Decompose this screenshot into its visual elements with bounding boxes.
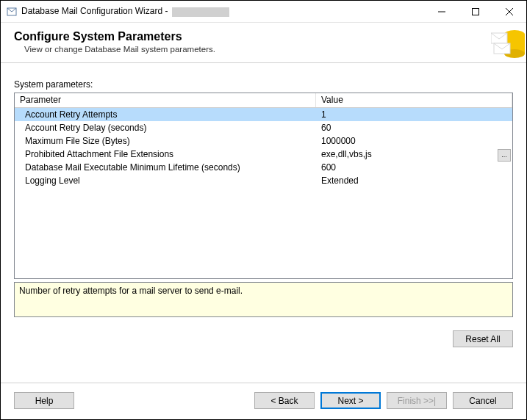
grid-row[interactable]: Prohibited Attachment File Extensionsexe…	[15, 148, 512, 161]
wizard-header: Configure System Parameters View or chan…	[1, 23, 526, 63]
titlebar: Database Mail Configuration Wizard -	[1, 1, 526, 23]
param-cell: Account Retry Delay (seconds)	[15, 123, 316, 133]
param-cell: Prohibited Attachment File Extensions	[15, 149, 316, 159]
next-button[interactable]: Next >	[320, 392, 381, 409]
help-button[interactable]: Help	[14, 392, 74, 409]
page-title: Configure System Parameters	[14, 30, 513, 43]
grid-row[interactable]: Account Retry Delay (seconds)60	[15, 121, 512, 134]
cancel-button[interactable]: Cancel	[453, 392, 513, 409]
window-title: Database Mail Configuration Wizard -	[21, 6, 229, 16]
description-box: Number of retry attempts for a mail serv…	[14, 282, 513, 317]
value-cell[interactable]: exe,dll,vbs,js...	[316, 149, 512, 159]
grid-body: Account Retry Attempts1Account Retry Del…	[15, 108, 512, 187]
svg-rect-2	[473, 8, 479, 15]
value-cell[interactable]: 1	[316, 109, 512, 120]
column-header-value[interactable]: Value	[316, 93, 512, 107]
grid-label: System parameters:	[14, 79, 513, 90]
maximize-button[interactable]	[459, 1, 492, 23]
column-header-parameter[interactable]: Parameter	[15, 93, 316, 107]
grid-row[interactable]: Account Retry Attempts1	[15, 108, 512, 121]
grid-row[interactable]: Maximum File Size (Bytes)1000000	[15, 134, 512, 148]
back-button[interactable]: < Back	[254, 392, 315, 409]
svg-line-3	[506, 8, 513, 15]
grid-header: Parameter Value	[15, 93, 512, 108]
parameters-grid[interactable]: Parameter Value Account Retry Attempts1A…	[14, 93, 513, 279]
value-cell[interactable]: 1000000	[316, 136, 512, 146]
wizard-footer: Help < Back Next > Finish >>| Cancel	[1, 383, 526, 419]
close-button[interactable]	[492, 1, 526, 23]
value-cell[interactable]: 600	[316, 162, 512, 173]
param-cell: Database Mail Executable Minimum Lifetim…	[15, 162, 316, 173]
param-cell: Logging Level	[15, 175, 316, 186]
svg-line-4	[506, 8, 513, 15]
content-area: System parameters: Parameter Value Accou…	[1, 63, 526, 383]
finish-button: Finish >>|	[387, 392, 447, 409]
param-cell: Account Retry Attempts	[15, 109, 316, 120]
value-cell[interactable]: 60	[316, 123, 512, 133]
param-cell: Maximum File Size (Bytes)	[15, 136, 316, 146]
page-subtitle: View or change Database Mail system para…	[14, 45, 513, 54]
app-icon	[7, 7, 17, 17]
grid-row[interactable]: Logging LevelExtended	[15, 174, 512, 187]
grid-row[interactable]: Database Mail Executable Minimum Lifetim…	[15, 161, 512, 174]
minimize-button[interactable]	[425, 1, 459, 23]
header-graphic-icon	[491, 26, 526, 61]
redacted-server-name	[172, 7, 229, 17]
ellipsis-button[interactable]: ...	[498, 149, 511, 162]
value-cell[interactable]: Extended	[316, 175, 512, 186]
reset-all-button[interactable]: Reset All	[453, 330, 513, 347]
